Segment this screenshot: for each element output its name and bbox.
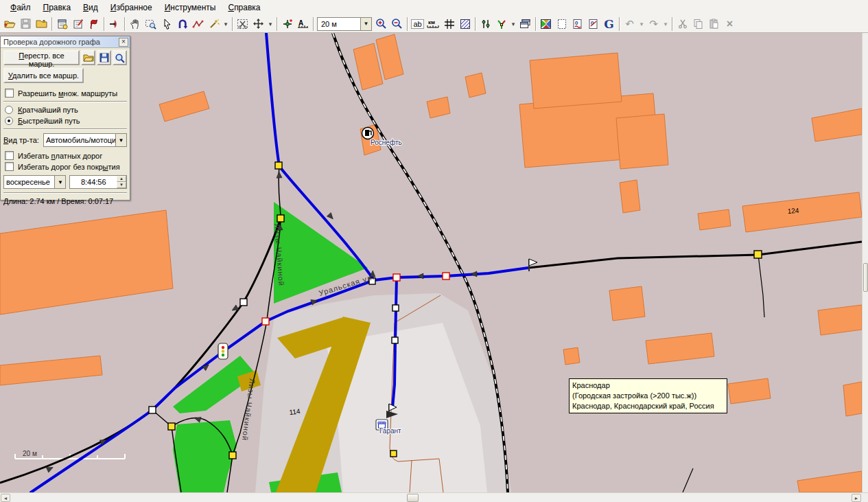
labels-toggle-button[interactable]: ab bbox=[410, 16, 425, 32]
panel-title-bar[interactable]: Проверка дорожного графа × bbox=[1, 36, 130, 48]
transport-value: Автомобиль/мотоци bbox=[44, 136, 115, 144]
find-route-button[interactable] bbox=[113, 50, 127, 65]
scroll-left-button[interactable]: ◄ bbox=[1, 494, 10, 502]
new-page-button[interactable] bbox=[554, 16, 570, 32]
avoid-toll-checkbox[interactable] bbox=[5, 151, 14, 160]
panel-separator bbox=[3, 101, 127, 102]
diskette-icon bbox=[21, 19, 31, 29]
import-folder-button[interactable] bbox=[34, 16, 49, 32]
uturn-select-button[interactable] bbox=[174, 16, 190, 32]
shortest-path-radio[interactable] bbox=[5, 106, 13, 114]
grid-toggle-button[interactable] bbox=[441, 16, 457, 32]
fastest-path-radio[interactable] bbox=[5, 117, 13, 125]
draw-polyline-button[interactable] bbox=[190, 16, 206, 32]
toolbar-separator bbox=[51, 17, 52, 31]
rebuild-routes-button[interactable]: Перестр. все маршр. bbox=[3, 50, 80, 65]
time-spinner[interactable]: 8:44:56 ▲ ▼ bbox=[69, 175, 127, 189]
red-flag-icon bbox=[89, 19, 99, 30]
hatch-areas-button[interactable] bbox=[457, 16, 473, 32]
panel-close-button[interactable]: × bbox=[119, 38, 128, 47]
cut-button[interactable] bbox=[675, 16, 690, 32]
weekday-combobox[interactable]: воскресенье ▼ bbox=[3, 175, 66, 189]
traffic-light-icon[interactable] bbox=[218, 343, 228, 359]
delete-button[interactable]: × bbox=[722, 16, 738, 32]
scroll-right-button[interactable]: ► bbox=[852, 494, 861, 502]
zoom-out-button[interactable] bbox=[389, 16, 405, 32]
undo-dropdown[interactable]: ▾ bbox=[637, 16, 646, 32]
magic-wand-dropdown[interactable]: ▾ bbox=[222, 16, 230, 32]
scale-combobox[interactable]: 20 м ▼ bbox=[317, 17, 372, 31]
trim-tool-button[interactable] bbox=[235, 16, 250, 32]
redo-dropdown[interactable]: ▾ bbox=[661, 16, 670, 32]
route-graph-dropdown[interactable]: ▾ bbox=[509, 16, 517, 32]
menu-tools[interactable]: Инструменты bbox=[159, 1, 222, 14]
copy-pages-icon bbox=[693, 19, 703, 29]
open-map-button[interactable] bbox=[2, 16, 18, 32]
verify-routing2-button[interactable]: 0 bbox=[585, 16, 601, 32]
waypoints-flag-button[interactable] bbox=[86, 16, 102, 32]
move-objects-button[interactable] bbox=[250, 16, 266, 32]
transport-dropdown-arrow[interactable]: ▼ bbox=[115, 134, 126, 146]
menu-view[interactable]: Вид bbox=[77, 1, 104, 14]
weekday-value: воскресенье bbox=[4, 178, 54, 186]
save-routes-button[interactable] bbox=[97, 50, 111, 65]
magic-wand-button[interactable] bbox=[206, 16, 222, 32]
panel-title-text: Проверка дорожного графа bbox=[3, 38, 119, 46]
node-levels-button[interactable] bbox=[478, 16, 493, 32]
avoid-unpaved-checkbox[interactable] bbox=[5, 162, 14, 171]
toolbar-separator bbox=[232, 17, 233, 31]
redo-icon: ↷ bbox=[649, 18, 658, 30]
route-graph-button[interactable] bbox=[493, 16, 509, 32]
map-properties-button[interactable] bbox=[54, 16, 70, 32]
blank-page-icon bbox=[556, 19, 567, 30]
folder-icon bbox=[36, 19, 47, 29]
scissors-rect-icon bbox=[237, 19, 248, 30]
gps-signal-button[interactable] bbox=[106, 16, 122, 32]
tooltip-line: Краснодар bbox=[572, 380, 724, 391]
transport-combobox[interactable]: Автомобиль/мотоци ▼ bbox=[43, 133, 127, 147]
transport-label: Вид тр-та: bbox=[3, 136, 43, 144]
vertical-scroll-thumb[interactable] bbox=[863, 263, 868, 292]
application-window: Файл Правка Вид Избранное Инструменты Сп… bbox=[0, 0, 868, 502]
undo-button[interactable]: ↶ bbox=[622, 16, 637, 32]
raster-map-button[interactable] bbox=[538, 16, 554, 32]
load-routes-button[interactable] bbox=[81, 50, 95, 65]
panel-separator bbox=[3, 128, 127, 130]
route-fork-icon bbox=[496, 19, 507, 30]
horizontal-scroll-thumb[interactable] bbox=[407, 494, 419, 502]
measure-distance-button[interactable]: км bbox=[425, 16, 441, 32]
zoom-select-button[interactable] bbox=[143, 16, 159, 32]
vertical-scrollbar[interactable] bbox=[862, 33, 868, 492]
scale-dropdown-arrow[interactable]: ▼ bbox=[360, 18, 371, 30]
fuel-station-icon[interactable] bbox=[362, 128, 374, 139]
menu-edit[interactable]: Правка bbox=[37, 1, 78, 14]
allow-multiple-checkbox[interactable] bbox=[5, 89, 14, 98]
menu-help[interactable]: Справка bbox=[222, 1, 266, 14]
menu-file[interactable]: Файл bbox=[4, 1, 37, 14]
menu-favorites[interactable]: Избранное bbox=[104, 1, 159, 14]
weekday-dropdown-arrow[interactable]: ▼ bbox=[54, 176, 65, 188]
copy-button[interactable] bbox=[690, 16, 706, 32]
select-tool-button[interactable] bbox=[159, 16, 174, 32]
edit-attributes-button[interactable] bbox=[70, 16, 86, 32]
poi-label-garant: Гарант bbox=[379, 427, 401, 435]
toolbar-separator bbox=[313, 17, 314, 31]
move-objects-dropdown[interactable]: ▾ bbox=[266, 16, 274, 32]
shortest-path-label: Кратчайший путь bbox=[18, 106, 78, 114]
paste-button[interactable] bbox=[706, 16, 722, 32]
toolbar-separator bbox=[535, 17, 536, 31]
zoom-in-button[interactable] bbox=[373, 16, 389, 32]
time-spin-up[interactable]: ▲ bbox=[117, 176, 126, 182]
redo-button[interactable]: ↷ bbox=[646, 16, 661, 32]
google-maps-button[interactable]: G bbox=[601, 16, 617, 32]
attach-node-button[interactable] bbox=[279, 16, 295, 32]
label-ruler-button[interactable]: А bbox=[295, 16, 311, 32]
horizontal-scrollbar[interactable]: ◄ ► bbox=[0, 492, 868, 502]
verify-routing-button[interactable]: 0 bbox=[570, 16, 585, 32]
cascade-windows-button[interactable] bbox=[517, 16, 533, 32]
delete-routes-button[interactable]: Удалить все маршр. bbox=[3, 68, 84, 83]
pan-tool-button[interactable] bbox=[127, 16, 143, 32]
time-spin-down[interactable]: ▼ bbox=[117, 182, 126, 188]
save-button[interactable] bbox=[18, 16, 34, 32]
colored-map-icon bbox=[540, 19, 552, 30]
